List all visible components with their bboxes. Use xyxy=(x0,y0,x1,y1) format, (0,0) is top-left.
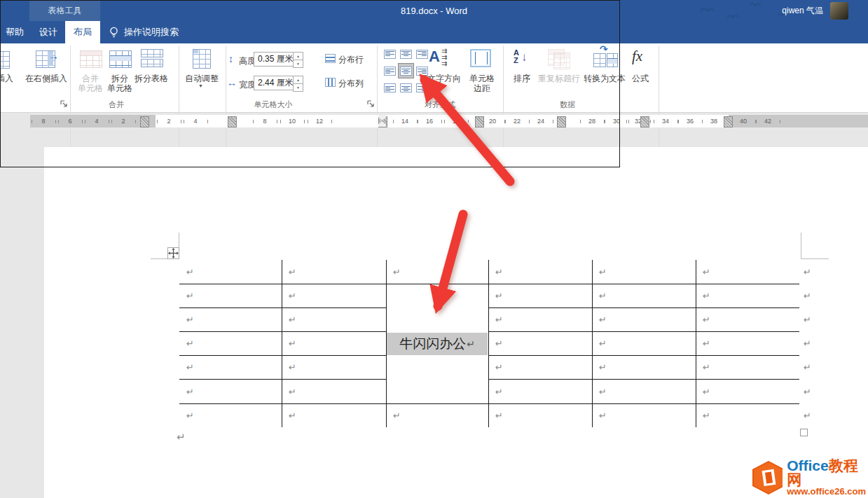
ruler-number: 40 xyxy=(737,115,750,127)
cell-end-mark: ↵ xyxy=(703,315,710,324)
ruler-tick xyxy=(678,120,679,123)
table-move-handle[interactable] xyxy=(167,247,179,259)
cell-end-mark: ↵ xyxy=(289,411,296,420)
table-resize-handle[interactable] xyxy=(800,429,808,436)
cell-end-mark: ↵ xyxy=(186,387,194,396)
paragraph-mark: ↵ xyxy=(177,431,186,443)
table-row-border[interactable] xyxy=(179,331,386,332)
row-end-mark: ↵ xyxy=(804,363,811,372)
cell-end-mark: ↵ xyxy=(703,411,710,420)
row-end-mark: ↵ xyxy=(804,387,811,396)
ruler-number: 34 xyxy=(659,115,672,127)
cell-end-mark: ↵ xyxy=(495,363,503,372)
row-end-mark: ↵ xyxy=(804,411,811,420)
office26-logo: Office教程网 www.office26.com xyxy=(752,460,867,495)
table-row-border[interactable] xyxy=(488,331,799,332)
ruler-tick xyxy=(626,120,627,123)
cell-end-mark: ↵ xyxy=(289,339,296,348)
ruler-tick xyxy=(756,120,757,123)
cell-end-mark: ↵ xyxy=(495,268,503,277)
cell-end-mark: ↵ xyxy=(599,268,607,277)
row-end-mark: ↵ xyxy=(804,268,811,277)
table-column-border[interactable] xyxy=(696,260,696,427)
cell-end-mark: ↵ xyxy=(495,339,503,348)
document-table[interactable]: ↵↵↵↵↵↵↵↵↵↵↵↵↵↵↵↵↵↵↵↵↵↵↵↵↵↵↵↵↵↵↵↵↵↵↵↵↵↵↵↵… xyxy=(0,0,620,167)
table-column-border[interactable] xyxy=(592,260,593,427)
cell-end-mark: ↵ xyxy=(599,339,607,348)
cell-end-mark: ↵ xyxy=(289,291,296,300)
row-end-mark: ↵ xyxy=(804,315,811,324)
cell-end-mark: ↵ xyxy=(393,268,401,277)
text-boundary-mark xyxy=(801,233,801,258)
group-separator xyxy=(659,46,659,148)
table-row-border[interactable] xyxy=(179,379,386,380)
row-end-mark: ↵ xyxy=(804,291,811,300)
logo-url[interactable]: www.office26.com xyxy=(787,487,867,497)
cell-end-mark: ↵ xyxy=(186,411,194,420)
ruler-tick xyxy=(654,120,654,123)
cell-end-mark: ↵ xyxy=(703,363,710,372)
merged-cell[interactable]: 牛闪闪办公↵ xyxy=(387,284,488,403)
table-column-border[interactable] xyxy=(282,260,282,427)
cell-end-mark: ↵ xyxy=(289,363,296,372)
cell-end-mark: ↵ xyxy=(599,411,607,420)
cell-end-mark: ↵ xyxy=(495,387,503,396)
avatar[interactable] xyxy=(830,2,848,20)
cell-end-mark: ↵ xyxy=(703,387,710,396)
ruler-tick xyxy=(702,120,703,123)
cell-end-mark: ↵ xyxy=(186,291,194,300)
ruler-tick xyxy=(780,120,780,123)
office-hexagon-icon xyxy=(752,461,783,494)
cell-end-mark: ↵ xyxy=(703,268,710,277)
ruler-number: 42 xyxy=(762,115,774,127)
cell-end-mark: ↵ xyxy=(186,339,194,348)
formula-icon: fx xyxy=(632,48,642,65)
cell-end-mark: ↵ xyxy=(495,291,503,300)
table-outer-border xyxy=(0,0,620,167)
cell-end-mark: ↵ xyxy=(703,291,710,300)
table-column-marker[interactable] xyxy=(724,116,733,127)
cell-end-mark: ↵ xyxy=(289,387,296,396)
cell-end-mark: ↵ xyxy=(393,411,401,420)
ruler-number: 36 xyxy=(684,115,696,127)
word-window: 表格工具 819.docx - Word qiwen 气温 帮助 设计 布局 操… xyxy=(0,0,868,498)
cell-end-mark: ↵ xyxy=(186,268,194,277)
table-row-border[interactable] xyxy=(179,284,799,284)
cell-end-mark: ↵ xyxy=(599,315,607,324)
table-column-border[interactable] xyxy=(488,260,489,427)
ruler-tick xyxy=(650,120,651,123)
cell-end-mark: ↵ xyxy=(186,363,194,372)
table-row-border[interactable] xyxy=(488,355,799,356)
table-row-border[interactable] xyxy=(488,307,799,308)
formula-label: 公式 xyxy=(629,74,652,83)
merged-cell-text: 牛闪闪办公 xyxy=(399,335,466,353)
table-row-border[interactable] xyxy=(179,403,799,404)
table-row-border[interactable] xyxy=(179,355,386,356)
cell-end-mark: ↵ xyxy=(186,315,194,324)
cell-end-mark: ↵ xyxy=(289,315,296,324)
row-end-mark: ↵ xyxy=(804,339,811,348)
cell-end-mark: ↵ xyxy=(599,291,607,300)
cell-end-mark: ↵ xyxy=(495,411,503,420)
table-row-border[interactable] xyxy=(488,379,799,380)
cell-end-mark: ↵ xyxy=(599,387,607,396)
table-column-marker[interactable] xyxy=(640,116,649,127)
cell-end-mark: ↵ xyxy=(467,338,475,350)
cell-end-mark: ↵ xyxy=(599,363,607,372)
cell-end-mark: ↵ xyxy=(495,315,503,324)
cell-end-mark: ↵ xyxy=(289,268,296,277)
merged-cell-selection: 牛闪闪办公↵ xyxy=(387,333,488,355)
ruler-tick xyxy=(628,120,629,123)
table-row-border[interactable] xyxy=(179,307,386,308)
user-name[interactable]: qiwen 气温 xyxy=(782,0,823,21)
cell-end-mark: ↵ xyxy=(703,339,710,348)
text-boundary-mark xyxy=(801,258,829,259)
ruler-number: 38 xyxy=(708,115,720,127)
